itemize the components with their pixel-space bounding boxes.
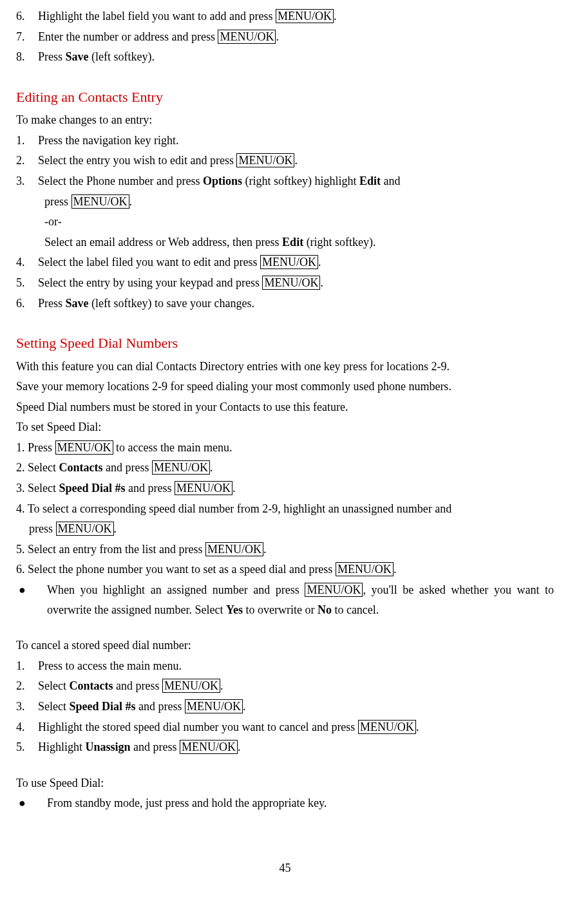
- speed-step-2: 2. Select Contacts and press MENU/OK.: [16, 458, 554, 478]
- bullet-text: From standby mode, just press and hold t…: [47, 793, 554, 813]
- step-num: 3.: [16, 697, 38, 717]
- editing-heading: Editing an Contacts Entry: [16, 85, 554, 109]
- bullet-icon: ●: [16, 580, 47, 600]
- use-intro: To use Speed Dial:: [16, 773, 554, 793]
- cancel-step-5: 5. Highlight Unassign and press MENU/OK.: [16, 737, 554, 757]
- yes-label: Yes: [226, 603, 243, 616]
- step-7: 7. Enter the number or address and press…: [16, 27, 554, 47]
- menu-ok-button: MENU/OK: [218, 30, 276, 44]
- step-num: 6.: [16, 6, 38, 26]
- editing-intro: To make changes to an entry:: [16, 110, 554, 130]
- step-num: 5.: [16, 737, 38, 757]
- step-text: Press the navigation key right.: [38, 131, 554, 151]
- menu-ok-button: MENU/OK: [305, 583, 363, 597]
- edit-step-3-or: -or-: [44, 212, 554, 232]
- menu-ok-button: MENU/OK: [358, 720, 416, 734]
- edit-step-2: 2. Select the entry you wish to edit and…: [16, 151, 554, 171]
- contacts-label: Contacts: [59, 461, 102, 474]
- no-label: No: [318, 603, 332, 616]
- step-num: 7.: [16, 27, 38, 47]
- step-num: 8.: [16, 47, 38, 67]
- step-num: 6.: [16, 294, 38, 314]
- menu-ok-button: MENU/OK: [336, 562, 394, 576]
- cancel-step-4: 4. Highlight the stored speed dial numbe…: [16, 717, 554, 737]
- edit-step-1: 1. Press the navigation key right.: [16, 131, 554, 151]
- edit-step-5: 5. Select the entry by using your keypad…: [16, 273, 554, 293]
- speed-step-6: 6. Select the phone number you want to s…: [16, 560, 554, 580]
- step-6: 6. Highlight the label field you want to…: [16, 6, 554, 26]
- step-text: Highlight Unassign and press MENU/OK.: [38, 737, 554, 757]
- bullet-text: When you highlight an assigned number an…: [47, 580, 554, 619]
- menu-ok-button: MENU/OK: [71, 194, 129, 209]
- menu-ok-button: MENU/OK: [205, 542, 263, 556]
- step-text: Highlight the label field you want to ad…: [38, 6, 554, 26]
- contacts-label: Contacts: [69, 679, 113, 692]
- step-text: Press Save (left softkey).: [38, 47, 554, 67]
- menu-ok-button: MENU/OK: [236, 153, 294, 167]
- page-number: 45: [16, 858, 554, 878]
- save-label: Save: [66, 297, 89, 310]
- step-num: 1.: [16, 131, 38, 151]
- edit-label: Edit: [282, 236, 303, 249]
- edit-step-6: 6. Press Save (left softkey) to save you…: [16, 294, 554, 314]
- menu-ok-button: MENU/OK: [175, 481, 233, 495]
- menu-ok-button: MENU/OK: [262, 276, 320, 290]
- step-8: 8. Press Save (left softkey).: [16, 47, 554, 67]
- speed-intro-4: To set Speed Dial:: [16, 417, 554, 437]
- speed-dial-label: Speed Dial #s: [59, 482, 125, 495]
- menu-ok-button: MENU/OK: [55, 440, 113, 455]
- cancel-step-3: 3. Select Speed Dial #s and press MENU/O…: [16, 697, 554, 717]
- step-text: Select the entry by using your keypad an…: [38, 273, 554, 293]
- edit-step-3: 3. Select the Phone number and press Opt…: [16, 171, 554, 191]
- speed-bullet: ● When you highlight an assigned number …: [16, 580, 554, 619]
- speed-step-4: 4. To select a corresponding speed dial …: [16, 499, 554, 519]
- step-num: 1.: [16, 656, 38, 676]
- bullet-icon: ●: [16, 793, 47, 813]
- speed-step-3: 3. Select Speed Dial #s and press MENU/O…: [16, 478, 554, 498]
- menu-ok-button: MENU/OK: [276, 9, 334, 23]
- edit-step-4: 4. Select the label filed you want to ed…: [16, 252, 554, 272]
- menu-ok-button: MENU/OK: [162, 679, 220, 693]
- edit-label: Edit: [359, 174, 381, 187]
- step-text: Highlight the stored speed dial number y…: [38, 717, 554, 737]
- step-num: 2.: [16, 676, 38, 696]
- speed-intro-1: With this feature you can dial Contacts …: [16, 357, 554, 377]
- step-text: Select the Phone number and press Option…: [38, 171, 554, 191]
- edit-step-3-line2: press MENU/OK.: [44, 192, 554, 212]
- speed-step-1: 1. Press MENU/OK to access the main menu…: [16, 438, 554, 458]
- cancel-step-1: 1. Press to access the main menu.: [16, 656, 554, 676]
- menu-ok-button: MENU/OK: [260, 255, 318, 269]
- speed-heading: Setting Speed Dial Numbers: [16, 331, 554, 355]
- edit-step-3-alt: Select an email address or Web address, …: [44, 232, 554, 252]
- menu-ok-button: MENU/OK: [185, 699, 243, 713]
- speed-intro-3: Speed Dial numbers must be stored in you…: [16, 397, 554, 417]
- step-num: 5.: [16, 273, 38, 293]
- step-text: Press to access the main menu.: [38, 656, 554, 676]
- step-text: Enter the number or address and press ME…: [38, 27, 554, 47]
- speed-step-4-line2: press MENU/OK.: [29, 519, 554, 539]
- step-text: Select Contacts and press MENU/OK.: [38, 676, 554, 696]
- cancel-intro: To cancel a stored speed dial number:: [16, 636, 554, 655]
- step-text: Press Save (left softkey) to save your c…: [38, 294, 554, 314]
- step-num: 2.: [16, 151, 38, 171]
- step-text: Select the entry you wish to edit and pr…: [38, 151, 554, 171]
- menu-ok-button: MENU/OK: [180, 740, 238, 754]
- step-text: Select the label filed you want to edit …: [38, 252, 554, 272]
- menu-ok-button: MENU/OK: [56, 522, 114, 536]
- speed-dial-label: Speed Dial #s: [69, 700, 135, 713]
- step-text: Select Speed Dial #s and press MENU/OK.: [38, 697, 554, 717]
- step-num: 4.: [16, 252, 38, 272]
- step-num: 3.: [16, 171, 38, 191]
- use-bullet: ● From standby mode, just press and hold…: [16, 793, 554, 813]
- step-num: 4.: [16, 717, 38, 737]
- menu-ok-button: MENU/OK: [152, 460, 210, 475]
- speed-intro-2: Save your memory locations 2-9 for speed…: [16, 377, 554, 397]
- options-label: Options: [203, 174, 242, 187]
- save-label: Save: [66, 50, 89, 63]
- cancel-step-2: 2. Select Contacts and press MENU/OK.: [16, 676, 554, 696]
- speed-step-5: 5. Select an entry from the list and pre…: [16, 540, 554, 560]
- unassign-label: Unassign: [86, 740, 131, 753]
